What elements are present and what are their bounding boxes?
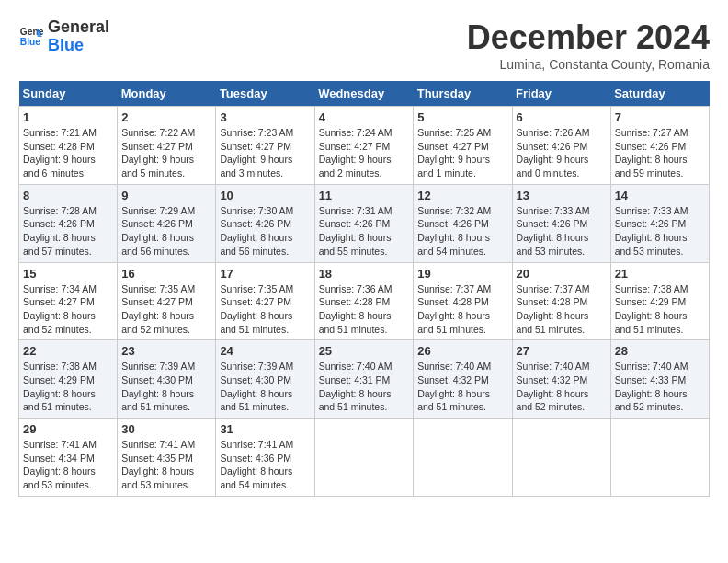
calendar-cell: 18 Sunrise: 7:36 AMSunset: 4:28 PMDaylig… — [314, 262, 414, 340]
header-friday: Friday — [512, 81, 610, 107]
day-number: 22 — [23, 344, 113, 358]
cell-info: Sunrise: 7:33 AMSunset: 4:26 PMDaylight:… — [517, 205, 590, 257]
cell-info: Sunrise: 7:23 AMSunset: 4:27 PMDaylight:… — [220, 127, 293, 178]
cell-info: Sunrise: 7:35 AMSunset: 4:27 PMDaylight:… — [121, 283, 195, 335]
cell-info: Sunrise: 7:36 AMSunset: 4:28 PMDaylight:… — [319, 283, 392, 335]
cell-info: Sunrise: 7:40 AMSunset: 4:32 PMDaylight:… — [417, 361, 491, 412]
day-number: 13 — [517, 189, 607, 202]
logo-icon: General Blue — [18, 24, 44, 50]
cell-info: Sunrise: 7:21 AMSunset: 4:28 PMDaylight:… — [23, 127, 97, 178]
cell-info: Sunrise: 7:39 AMSunset: 4:30 PMDaylight:… — [220, 361, 293, 412]
calendar-header-row: SundayMondayTuesdayWednesdayThursdayFrid… — [19, 81, 710, 107]
day-number: 21 — [615, 267, 705, 281]
cell-info: Sunrise: 7:25 AMSunset: 4:27 PMDaylight:… — [417, 127, 491, 178]
calendar-cell: 29 Sunrise: 7:41 AMSunset: 4:34 PMDaylig… — [19, 419, 118, 497]
calendar-week-2: 8 Sunrise: 7:28 AMSunset: 4:26 PMDayligh… — [19, 184, 710, 262]
calendar-cell: 21 Sunrise: 7:38 AMSunset: 4:29 PMDaylig… — [610, 262, 709, 340]
calendar-cell: 10 Sunrise: 7:30 AMSunset: 4:26 PMDaylig… — [216, 184, 314, 262]
cell-info: Sunrise: 7:41 AMSunset: 4:36 PMDaylight:… — [220, 439, 293, 490]
day-number: 8 — [23, 189, 113, 202]
day-number: 6 — [517, 110, 607, 124]
day-number: 28 — [615, 344, 705, 358]
day-number: 18 — [319, 267, 410, 281]
cell-info: Sunrise: 7:27 AMSunset: 4:26 PMDaylight:… — [615, 127, 688, 178]
day-number: 30 — [121, 422, 211, 436]
calendar-cell: 6 Sunrise: 7:26 AMSunset: 4:26 PMDayligh… — [512, 107, 610, 185]
day-number: 1 — [23, 110, 113, 124]
calendar-cell: 4 Sunrise: 7:24 AMSunset: 4:27 PMDayligh… — [314, 107, 414, 185]
cell-info: Sunrise: 7:30 AMSunset: 4:26 PMDaylight:… — [220, 205, 293, 257]
day-number: 12 — [417, 189, 507, 202]
day-number: 14 — [615, 189, 705, 202]
logo: General Blue General Blue — [18, 18, 109, 55]
day-number: 5 — [417, 110, 507, 124]
calendar-cell: 23 Sunrise: 7:39 AMSunset: 4:30 PMDaylig… — [118, 340, 216, 419]
calendar-cell: 7 Sunrise: 7:27 AMSunset: 4:26 PMDayligh… — [610, 107, 709, 185]
day-number: 20 — [517, 267, 607, 281]
month-title: December 2024 — [467, 18, 710, 57]
calendar-cell: 24 Sunrise: 7:39 AMSunset: 4:30 PMDaylig… — [216, 340, 314, 419]
day-number: 9 — [121, 189, 211, 202]
cell-info: Sunrise: 7:29 AMSunset: 4:26 PMDaylight:… — [121, 205, 195, 257]
calendar-cell: 13 Sunrise: 7:33 AMSunset: 4:26 PMDaylig… — [512, 184, 610, 262]
day-number: 26 — [417, 344, 507, 358]
cell-info: Sunrise: 7:37 AMSunset: 4:28 PMDaylight:… — [417, 283, 491, 335]
day-number: 3 — [220, 110, 310, 124]
calendar-cell: 27 Sunrise: 7:40 AMSunset: 4:32 PMDaylig… — [512, 340, 610, 419]
day-number: 2 — [121, 110, 211, 124]
calendar-cell: 11 Sunrise: 7:31 AMSunset: 4:26 PMDaylig… — [314, 184, 414, 262]
cell-info: Sunrise: 7:40 AMSunset: 4:31 PMDaylight:… — [319, 361, 392, 412]
calendar-cell: 28 Sunrise: 7:40 AMSunset: 4:33 PMDaylig… — [610, 340, 709, 419]
day-number: 11 — [319, 189, 410, 202]
day-number: 4 — [319, 110, 410, 124]
cell-info: Sunrise: 7:33 AMSunset: 4:26 PMDaylight:… — [615, 205, 688, 257]
cell-info: Sunrise: 7:24 AMSunset: 4:27 PMDaylight:… — [319, 127, 392, 178]
cell-info: Sunrise: 7:37 AMSunset: 4:28 PMDaylight:… — [517, 283, 590, 335]
cell-info: Sunrise: 7:32 AMSunset: 4:26 PMDaylight:… — [417, 205, 491, 257]
calendar-cell: 3 Sunrise: 7:23 AMSunset: 4:27 PMDayligh… — [216, 107, 314, 185]
cell-info: Sunrise: 7:34 AMSunset: 4:27 PMDaylight:… — [23, 283, 97, 335]
day-number: 16 — [121, 267, 211, 281]
calendar-cell — [512, 419, 610, 497]
header-wednesday: Wednesday — [314, 81, 414, 107]
header-tuesday: Tuesday — [216, 81, 314, 107]
header-saturday: Saturday — [610, 81, 709, 107]
day-number: 31 — [220, 422, 310, 436]
svg-text:Blue: Blue — [20, 37, 41, 47]
calendar-cell: 17 Sunrise: 7:35 AMSunset: 4:27 PMDaylig… — [216, 262, 314, 340]
calendar-cell: 16 Sunrise: 7:35 AMSunset: 4:27 PMDaylig… — [118, 262, 216, 340]
day-number: 23 — [121, 344, 211, 358]
calendar-week-5: 29 Sunrise: 7:41 AMSunset: 4:34 PMDaylig… — [19, 419, 710, 497]
calendar-cell: 12 Sunrise: 7:32 AMSunset: 4:26 PMDaylig… — [414, 184, 512, 262]
calendar-cell: 5 Sunrise: 7:25 AMSunset: 4:27 PMDayligh… — [414, 107, 512, 185]
calendar-cell: 31 Sunrise: 7:41 AMSunset: 4:36 PMDaylig… — [216, 419, 314, 497]
calendar-body: 1 Sunrise: 7:21 AMSunset: 4:28 PMDayligh… — [19, 107, 710, 497]
day-number: 15 — [23, 267, 113, 281]
calendar-cell: 8 Sunrise: 7:28 AMSunset: 4:26 PMDayligh… — [19, 184, 118, 262]
cell-info: Sunrise: 7:22 AMSunset: 4:27 PMDaylight:… — [121, 127, 195, 178]
cell-info: Sunrise: 7:41 AMSunset: 4:34 PMDaylight:… — [23, 439, 97, 490]
calendar-week-4: 22 Sunrise: 7:38 AMSunset: 4:29 PMDaylig… — [19, 340, 710, 419]
header-sunday: Sunday — [19, 81, 118, 107]
cell-info: Sunrise: 7:26 AMSunset: 4:26 PMDaylight:… — [517, 127, 590, 178]
calendar-cell: 26 Sunrise: 7:40 AMSunset: 4:32 PMDaylig… — [414, 340, 512, 419]
cell-info: Sunrise: 7:38 AMSunset: 4:29 PMDaylight:… — [23, 361, 97, 412]
location-subtitle: Lumina, Constanta County, Romania — [467, 57, 710, 72]
logo-text: General Blue — [48, 18, 109, 55]
calendar-cell: 30 Sunrise: 7:41 AMSunset: 4:35 PMDaylig… — [118, 419, 216, 497]
page-header: General Blue General Blue December 2024 … — [18, 18, 710, 72]
cell-info: Sunrise: 7:41 AMSunset: 4:35 PMDaylight:… — [121, 439, 195, 490]
header-monday: Monday — [118, 81, 216, 107]
day-number: 25 — [319, 344, 410, 358]
day-number: 10 — [220, 189, 310, 202]
calendar-cell: 15 Sunrise: 7:34 AMSunset: 4:27 PMDaylig… — [19, 262, 118, 340]
calendar-cell: 22 Sunrise: 7:38 AMSunset: 4:29 PMDaylig… — [19, 340, 118, 419]
cell-info: Sunrise: 7:31 AMSunset: 4:26 PMDaylight:… — [319, 205, 392, 257]
cell-info: Sunrise: 7:35 AMSunset: 4:27 PMDaylight:… — [220, 283, 293, 335]
calendar-week-1: 1 Sunrise: 7:21 AMSunset: 4:28 PMDayligh… — [19, 107, 710, 185]
day-number: 19 — [417, 267, 507, 281]
calendar-cell — [314, 419, 414, 497]
cell-info: Sunrise: 7:40 AMSunset: 4:33 PMDaylight:… — [615, 361, 688, 412]
calendar-cell: 14 Sunrise: 7:33 AMSunset: 4:26 PMDaylig… — [610, 184, 709, 262]
calendar-cell — [610, 419, 709, 497]
